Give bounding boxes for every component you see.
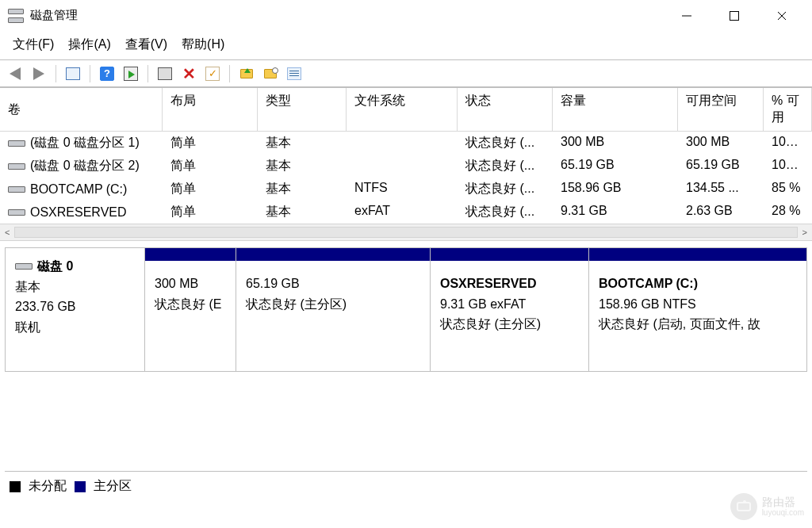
volume-layout: 简单 [163,155,258,178]
partition-size: 158.96 GB NTFS [599,294,797,315]
volume-status: 状态良好 (... [458,132,553,155]
maximize-button[interactable] [710,0,758,31]
disk-graphic-pane: 磁盘 0 基本 233.76 GB 联机 300 MB状态良好 (E65.19 … [0,241,812,372]
disk-name: 磁盘 0 [37,256,73,277]
folder-search-icon [264,69,277,78]
refresh-button[interactable] [121,64,141,83]
forward-button[interactable] [29,64,49,83]
panel-icon [66,67,80,80]
menu-action[interactable]: 操作(A) [68,36,110,53]
menu-file[interactable]: 文件(F) [13,36,54,53]
watermark-sub: luyouqi.com [762,508,804,517]
menu-view[interactable]: 查看(V) [125,36,167,53]
table-row[interactable]: (磁盘 0 磁盘分区 1)简单基本状态良好 (...300 MB300 MB10… [0,132,812,155]
volume-name: BOOTCAMP (C:) [30,182,127,197]
window-title: 磁盘管理 [30,8,78,23]
delete-button[interactable]: ✕ [178,64,199,83]
volume-layout: 简单 [163,178,258,201]
scroll-left-icon[interactable]: < [5,228,10,237]
partition-name: BOOTCAMP (C:) [599,274,797,294]
menu-help[interactable]: 帮助(H) [182,36,224,53]
disk-label[interactable]: 磁盘 0 基本 233.76 GB 联机 [6,248,145,371]
horizontal-scrollbar[interactable]: < > [0,224,812,241]
volume-free: 134.55 ... [678,178,764,201]
help-icon: ? [100,67,114,81]
volume-type: 基本 [258,201,347,224]
partition-name: OSXRESERVED [440,274,579,294]
col-free[interactable]: 可用空间 [678,88,764,131]
disk-type: 基本 [15,277,135,297]
partition[interactable]: OSXRESERVED9.31 GB exFAT状态良好 (主分区) [431,248,589,371]
server-icon [158,67,172,80]
partition-status: 状态良好 (主分区) [440,314,579,335]
app-icon [8,9,24,23]
volume-capacity: 9.31 GB [553,201,678,224]
legend-primary: 主分区 [94,478,132,495]
volume-name: (磁盘 0 磁盘分区 2) [30,158,140,174]
help-button[interactable]: ? [97,64,117,83]
volume-fs: exFAT [347,201,458,224]
scroll-right-icon[interactable]: > [802,228,807,237]
volume-icon [8,163,25,170]
partition[interactable]: 300 MB状态良好 (E [145,248,236,371]
volume-fs [347,155,458,178]
list-icon [287,67,301,80]
check-icon: ✓ [205,67,220,81]
disk-icon [15,263,33,270]
properties-button[interactable]: ✓ [202,64,223,83]
col-filesystem[interactable]: 文件系统 [347,88,458,131]
partition-stripe [236,248,430,261]
volume-fs [347,132,458,155]
volume-table: 卷 布局 类型 文件系统 状态 容量 可用空间 % 可用 (磁盘 0 磁盘分区 … [0,87,812,224]
volume-icon [8,140,25,147]
minimize-button[interactable] [663,0,710,31]
col-capacity[interactable]: 容量 [553,88,678,131]
partition-size: 65.19 GB [246,274,420,294]
computer-button[interactable] [155,64,175,83]
volume-free: 2.63 GB [678,201,764,224]
table-row[interactable]: (磁盘 0 磁盘分区 2)简单基本状态良好 (...65.19 GB65.19 … [0,155,812,178]
volume-status: 状态良好 (... [458,155,553,178]
volume-type: 基本 [258,132,347,155]
partition-status: 状态良好 (E [155,294,226,315]
close-button[interactable] [758,0,806,31]
swatch-unallocated-icon [10,481,21,492]
watermark-text: 路由器 [762,496,804,508]
arrow-right-icon [33,67,44,80]
volume-status: 状态良好 (... [458,178,553,201]
partition-stripe [145,248,236,261]
menubar: 文件(F) 操作(A) 查看(V) 帮助(H) [0,32,812,60]
partition-status: 状态良好 (主分区) [246,294,420,315]
col-volume[interactable]: 卷 [0,88,163,131]
folder-up-button[interactable] [236,64,257,83]
show-hide-console-button[interactable] [63,64,83,83]
volume-layout: 简单 [163,201,258,224]
table-header[interactable]: 卷 布局 类型 文件系统 状态 容量 可用空间 % 可用 [0,88,812,132]
col-layout[interactable]: 布局 [163,88,258,131]
table-row[interactable]: OSXRESERVED简单基本exFAT状态良好 (...9.31 GB2.63… [0,201,812,224]
col-type[interactable]: 类型 [258,88,347,131]
svg-rect-1 [730,11,739,20]
play-icon [124,67,138,81]
volume-name: OSXRESERVED [30,205,127,220]
volume-capacity: 300 MB [553,132,678,155]
volume-type: 基本 [258,178,347,201]
disk-row: 磁盘 0 基本 233.76 GB 联机 300 MB状态良好 (E65.19 … [5,247,807,372]
table-row[interactable]: BOOTCAMP (C:)简单基本NTFS状态良好 (...158.96 GB1… [0,178,812,201]
partition[interactable]: 65.19 GB状态良好 (主分区) [236,248,431,371]
partition-size: 300 MB [155,274,226,294]
volume-free: 65.19 GB [678,155,764,178]
volume-pct: 100 % [764,132,812,155]
list-button[interactable] [284,64,304,83]
legend-unallocated: 未分配 [29,478,67,495]
watermark: 路由器 luyouqi.com [730,493,804,520]
back-button[interactable] [5,64,25,83]
folder-up-icon [240,69,253,78]
col-status[interactable]: 状态 [458,88,553,131]
delete-x-icon: ✕ [182,66,196,82]
partition[interactable]: BOOTCAMP (C:)158.96 GB NTFS状态良好 (启动, 页面文… [589,248,806,371]
volume-status: 状态良好 (... [458,201,553,224]
folder-search-button[interactable] [260,64,281,83]
col-pct[interactable]: % 可用 [764,88,812,131]
volume-layout: 简单 [163,132,258,155]
